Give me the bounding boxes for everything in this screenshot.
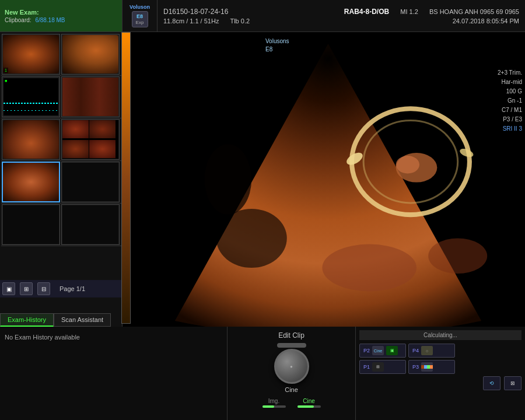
cine-knob-top (277, 343, 306, 348)
preset-panel: Calculating... P2 Cine ▣ P4 ○ P1 (356, 327, 525, 420)
harmonic-info: Har-mid (498, 78, 522, 87)
preset-row-2: P1 ⊞ P3 (359, 360, 522, 374)
thumbnail-4[interactable] (61, 76, 120, 117)
voluson-brand: Voluson (130, 4, 150, 10)
edit-clip-panel: Edit Clip ● Cine Img. Cine (228, 327, 356, 420)
preset-p2-icon2: ▣ (386, 346, 398, 355)
device-id: D16150-18-07-24-16 (163, 8, 228, 16)
cine-slider[interactable] (298, 405, 321, 408)
page-indicator: ▣ ⊞ ⊟ Page 1/1 (0, 280, 123, 298)
exam-history-panel: No Exam History available (0, 327, 228, 420)
svg-point-9 (204, 144, 251, 215)
cine-label: Cine (285, 386, 298, 393)
measurement-info: 11.8cm / 1.1 / 51Hz Tlb 0.2 (163, 18, 250, 24)
voluson-overlay: Volusons (265, 38, 289, 44)
trim-info: 2+3 Trim. (498, 68, 522, 78)
thumb-row-4 (1, 161, 121, 204)
preset-p3-icon (421, 362, 433, 372)
thumb-row-3 (1, 118, 121, 161)
sri-info: SRI II 3 (498, 124, 522, 134)
header-row2: 11.8cm / 1.1 / 51Hz Tlb 0.2 24.07.2018 8… (163, 18, 519, 24)
thumbnail-2[interactable] (61, 34, 120, 75)
gradient-bar (121, 32, 131, 324)
svg-point-3 (396, 156, 419, 173)
preset-bottom-row: ⟲ ⊠ (359, 376, 522, 390)
voluson-logo: Voluson E8 Exp (123, 0, 158, 32)
thumbnail-9[interactable] (2, 204, 60, 245)
edit-clip-bottom: Img. Cine (262, 398, 321, 408)
svg-point-7 (428, 239, 487, 274)
right-info-panel: 2+3 Trim. Har-mid 100 G Gn -1 C7 / M1 P3… (498, 68, 522, 134)
new-exam-label: New Exam: (5, 9, 117, 16)
img-slider[interactable] (262, 405, 286, 408)
thumbnail-10[interactable] (61, 204, 120, 245)
preset-p2[interactable]: P2 Cine ▣ (359, 344, 406, 358)
thumb-row-5 (1, 204, 121, 246)
cine-knob-container: ● Cine (274, 343, 309, 393)
ultrasound-image (131, 32, 525, 327)
tab-exam-history[interactable]: Exam-History (0, 313, 54, 327)
view-grid-button[interactable]: ⊞ (20, 282, 33, 295)
e8-overlay: E8 (265, 46, 272, 52)
edit-clip-title: Edit Clip (278, 331, 304, 340)
preset-p4[interactable]: P4 ○ (408, 344, 455, 358)
gn-info: Gn -1 (498, 96, 522, 106)
thumbnail-5[interactable] (2, 119, 60, 160)
no-history-text: No Exam History available (5, 334, 80, 341)
img-control: Img. (262, 398, 286, 408)
p3e3-info: P3 / E3 (498, 115, 522, 124)
preset-extra-btn2[interactable]: ⊠ (504, 376, 522, 390)
thumbnail-area: 1 ■ (0, 32, 123, 247)
tabs-bar: Exam-History Scan Assistant (0, 313, 123, 327)
preset-p2-icon: Cine (372, 346, 384, 355)
page-label: Page 1/1 (60, 285, 85, 292)
header-left-panel: New Exam: Clipboard: 6/88.18 MB (0, 0, 123, 32)
tab-scan-assistant[interactable]: Scan Assistant (54, 313, 111, 327)
thumbnail-6[interactable] (61, 119, 120, 160)
probe-info: RAB4-8-D/OB MI 1.2 BS HOANG ANH 0965 69 … (344, 8, 519, 16)
thumb-row-2: ■ (1, 76, 121, 118)
view-list-button[interactable]: ⊟ (37, 282, 50, 295)
bottom-panel: No Exam History available Edit Clip ● Ci… (0, 327, 525, 420)
cine-control: Cine (298, 398, 321, 408)
thumb-row-1: 1 (1, 33, 121, 76)
preset-row-1: P2 Cine ▣ P4 ○ (359, 344, 522, 358)
main-display: Volusons E8 2+3 Trim. Har-mid 100 G Gn -… (131, 32, 525, 327)
preset-p1-icon: ⊞ (372, 362, 384, 372)
thumbnail-8[interactable] (61, 162, 120, 202)
preset-p1[interactable]: P1 ⊞ (359, 360, 406, 374)
preset-p3[interactable]: P3 (408, 360, 455, 374)
header-bar: New Exam: Clipboard: 6/88.18 MB Voluson … (0, 0, 525, 32)
date-info: 24.07.2018 8:05:54 PM (453, 18, 519, 24)
view-single-button[interactable]: ▣ (2, 282, 15, 295)
preset-p4-icon: ○ (421, 346, 433, 355)
header-info: D16150-18-07-24-16 RAB4-8-D/OB MI 1.2 BS… (158, 0, 525, 32)
calculating-bar: Calculating... (359, 330, 522, 340)
header-row1: D16150-18-07-24-16 RAB4-8-D/OB MI 1.2 BS… (163, 8, 519, 16)
preset-extra-btn1[interactable]: ⟲ (483, 376, 501, 390)
thumbnail-1[interactable]: 1 (2, 34, 60, 75)
voluson-badge: E8 Exp (132, 11, 148, 27)
thumbnail-7-selected[interactable] (2, 162, 60, 202)
svg-point-8 (216, 209, 287, 268)
thumbnail-3[interactable]: ■ (2, 76, 60, 117)
cine-knob[interactable]: ● (274, 349, 309, 384)
svg-point-6 (322, 244, 416, 292)
gain-info: 100 G (498, 87, 522, 96)
c7m1-info: C7 / M1 (498, 106, 522, 115)
clipboard-label: Clipboard: 6/88.18 MB (5, 17, 117, 23)
